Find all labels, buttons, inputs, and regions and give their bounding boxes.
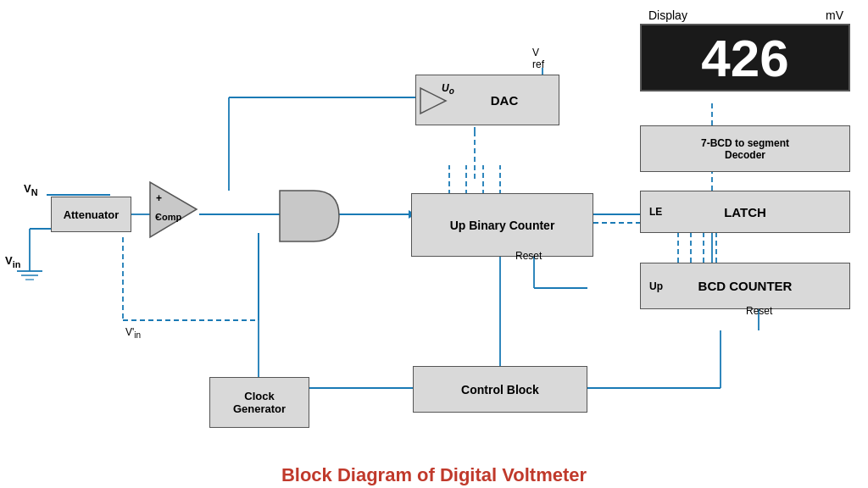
attenuator-block: Attenuator: [51, 197, 131, 232]
mv-label: mV: [826, 8, 843, 22]
latch-label: LATCH: [724, 205, 766, 219]
and-gate-svg: [275, 186, 343, 246]
vpin-label: V'in: [125, 326, 141, 340]
bcd-counter-label: BCD COUNTER: [698, 279, 793, 293]
bcd-counter-block: Up BCD COUNTER: [640, 263, 850, 309]
up-binary-counter-block: Up Binary Counter: [411, 193, 593, 257]
up-binary-counter-label: Up Binary Counter: [450, 219, 555, 232]
clock-generator-block: ClockGenerator: [209, 377, 309, 428]
reset1-label: Reset: [515, 250, 542, 262]
page-title: Block Diagram of Digital Voltmeter: [0, 458, 868, 488]
svg-marker-45: [150, 182, 197, 237]
bcd-decoder-label: 7-BCD to segmentDecoder: [701, 137, 789, 161]
clock-generator-label: ClockGenerator: [233, 390, 286, 415]
reset2-label: Reset: [746, 305, 772, 317]
svg-text:+: +: [156, 192, 162, 204]
attenuator-label: Attenuator: [64, 208, 120, 221]
display-screen: 426: [640, 24, 850, 92]
display-value: 426: [701, 28, 788, 88]
latch-block: LE LATCH: [640, 191, 850, 233]
up2-label: Up: [649, 280, 663, 292]
uo-label: Uo: [442, 82, 454, 96]
dac-block: Uo DAC: [415, 75, 559, 125]
diagram-container: Display mV 426 7-BCD to segmentDecoder L…: [0, 0, 868, 458]
vn-label: VN: [24, 182, 38, 197]
vref-label: Vref: [532, 47, 544, 70]
bcd-decoder-block: 7-BCD to segmentDecoder: [640, 125, 850, 172]
comp-label: Comp: [155, 212, 181, 222]
control-block-label: Control Block: [461, 383, 539, 396]
dac-label: DAC: [491, 93, 519, 108]
le-label: LE: [649, 206, 662, 218]
control-block: Control Block: [413, 366, 587, 413]
display-label: Display: [648, 8, 687, 22]
vin-label: Vin: [5, 254, 20, 269]
